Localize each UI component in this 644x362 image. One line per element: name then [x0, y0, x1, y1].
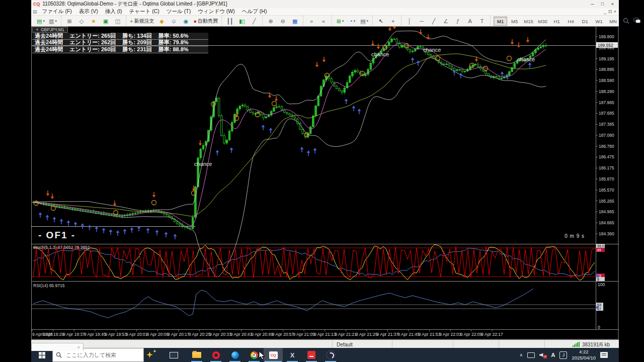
metaeditor-button[interactable]: ◆ — [155, 17, 168, 26]
status-profile[interactable]: Default — [333, 340, 392, 348]
edge-taskbar-button[interactable] — [225, 348, 245, 362]
chart-shift-button[interactable]: « — [317, 17, 330, 26]
time-tick: 9 Apr 20:01 — [126, 332, 148, 337]
market-watch-button[interactable]: ⊞ — [63, 17, 75, 26]
menu-item-2[interactable]: 挿入 (I) — [102, 8, 126, 15]
restore-button[interactable]: □ — [598, 1, 607, 8]
notification-icon[interactable] — [600, 352, 608, 358]
periods-button[interactable]: ◔▾ — [346, 17, 358, 26]
buy-arrow-icon — [528, 62, 532, 65]
price-tick: 188.895 — [599, 67, 614, 72]
child-restore-button[interactable]: ⊡ — [608, 9, 612, 14]
red-app-taskbar-button[interactable] — [302, 348, 321, 362]
time-tick: 9 Apr 21:37 — [377, 332, 399, 337]
strategy-tester-button[interactable]: ◫ — [112, 17, 124, 26]
buy-arrow-icon — [155, 230, 159, 232]
file-explorer-taskbar-button[interactable] — [187, 348, 206, 362]
rsi-scale-top: 100 — [598, 282, 605, 287]
search-input[interactable] — [65, 351, 127, 358]
system-tray: ∧ × A J 4:22 2025/04/10 — [520, 349, 619, 361]
chart-region[interactable]: chancechancechancechance- OF1 -0 m 9 s18… — [31, 26, 619, 340]
search-icon[interactable] — [623, 18, 629, 25]
indicators-button[interactable]: ⊞▾ — [334, 17, 346, 26]
toolbar-group: ↖+ — [373, 16, 401, 27]
menu-item-4[interactable]: ツール (T) — [163, 8, 194, 15]
period-m1-button[interactable]: M1 — [494, 17, 507, 26]
zoom-in-button[interactable]: ⊕ — [265, 17, 277, 26]
trendline-button[interactable]: ╱ — [428, 17, 440, 26]
period-w1-button[interactable]: W1 — [592, 17, 606, 26]
speaker-muted-icon[interactable]: × — [539, 352, 546, 358]
mini-panel-tab[interactable]: × — [31, 343, 84, 351]
menu-item-6[interactable]: ヘルプ (H) — [238, 8, 271, 15]
sparkle-icon[interactable] — [144, 348, 157, 361]
experts-button[interactable]: ☺ — [168, 17, 180, 26]
data-window-button[interactable]: ◇ — [75, 17, 88, 26]
ime-mode-icon[interactable]: A — [551, 352, 555, 358]
horizontal-line-button[interactable]: ─ — [416, 17, 428, 26]
auto-scroll-button[interactable]: » — [305, 17, 317, 26]
menu-item-1[interactable]: 表示 (V) — [75, 8, 102, 15]
buy-arrow-icon — [102, 228, 106, 230]
new-order-button[interactable]: +新規注文 — [128, 17, 155, 26]
price-tick: 187.385 — [599, 122, 614, 127]
tray-expand-icon[interactable]: ∧ — [520, 352, 523, 357]
price-tick: 188.590 — [599, 78, 614, 83]
menu-item-5[interactable]: ウィンドウ (W) — [194, 8, 238, 15]
child-minimize-button[interactable]: _ — [604, 9, 606, 14]
text-label-button[interactable]: T — [476, 17, 488, 26]
price-chart[interactable]: chancechancechancechance- OF1 -0 m 9 s18… — [31, 26, 619, 340]
oqtima-mt4-taskbar-button[interactable]: CQ — [264, 348, 283, 362]
navigator-button[interactable]: ★ — [88, 17, 100, 26]
candle-chart-button[interactable]: ▮▯ — [236, 17, 248, 26]
tile-windows-button[interactable]: ▦ — [289, 17, 301, 26]
network-icon[interactable] — [527, 352, 535, 358]
sell-arrow-icon — [152, 195, 156, 198]
templates-button[interactable]: ▤▾ — [358, 17, 370, 26]
price-tick: 186.175 — [599, 165, 614, 170]
period-mn-button[interactable]: MN — [606, 17, 620, 26]
auto-trading-button[interactable]: ●自動売買 — [192, 17, 219, 26]
menu-item-0[interactable]: ファイル (F) — [39, 8, 75, 15]
signals-button[interactable]: ◉ — [180, 17, 192, 26]
zoom-out-button[interactable]: ⊖ — [277, 17, 289, 26]
vertical-line-button[interactable]: │ — [404, 17, 416, 26]
crosshair-button[interactable]: + — [387, 17, 399, 26]
close-button[interactable]: × — [608, 1, 617, 8]
period-m30-button[interactable]: M30 — [536, 17, 549, 26]
toolbar-group: »« — [303, 16, 332, 27]
x-app-taskbar-button[interactable]: X — [283, 348, 302, 362]
ime-lang-icon[interactable]: J — [559, 351, 567, 359]
close-icon[interactable]: × — [77, 345, 80, 350]
price-tick: 185.265 — [599, 199, 614, 204]
period-h1-button[interactable]: H1 — [550, 17, 564, 26]
opera-taskbar-button[interactable] — [206, 348, 225, 362]
period-m15-button[interactable]: M15 — [522, 17, 535, 26]
new-chart-button[interactable]: ▤▾ — [35, 17, 47, 26]
profiles-button[interactable]: ▥▾ — [47, 17, 59, 26]
bar-chart-button[interactable]: ┃┃ — [224, 17, 236, 26]
app-logo-icon: CQ — [33, 2, 40, 7]
clock[interactable]: 4:22 2025/04/10 — [572, 349, 596, 361]
period-m5-button[interactable]: M5 — [508, 17, 521, 26]
terminal-button[interactable]: ▣ — [100, 17, 112, 26]
child-close-button[interactable]: × — [614, 9, 616, 14]
period-d1-button[interactable]: D1 — [578, 17, 592, 26]
channel-button[interactable]: ∠ — [440, 17, 452, 26]
period-h4-button[interactable]: H4 — [564, 17, 578, 26]
obs-taskbar-button[interactable] — [321, 348, 340, 362]
data-window-icon: ◇ — [79, 19, 84, 24]
buy-arrow-icon — [109, 229, 113, 232]
chevron-down-icon: ▾ — [354, 19, 356, 23]
stat-rate: 勝率: 88.8% — [158, 46, 189, 53]
menu-item-3[interactable]: チャート (C) — [126, 8, 163, 15]
cursor-button[interactable]: ↖ — [375, 17, 387, 26]
chat-icon[interactable] — [633, 18, 641, 25]
minimize-button[interactable]: ─ — [588, 1, 597, 8]
task-view-button[interactable] — [167, 348, 180, 362]
line-chart-button[interactable]: ╱ — [248, 17, 260, 26]
fibonacci-button[interactable]: ƒ — [452, 17, 464, 26]
new-order-icon: + — [130, 19, 133, 24]
text-button[interactable]: A — [464, 17, 476, 26]
buy-arrow-icon — [116, 230, 120, 233]
